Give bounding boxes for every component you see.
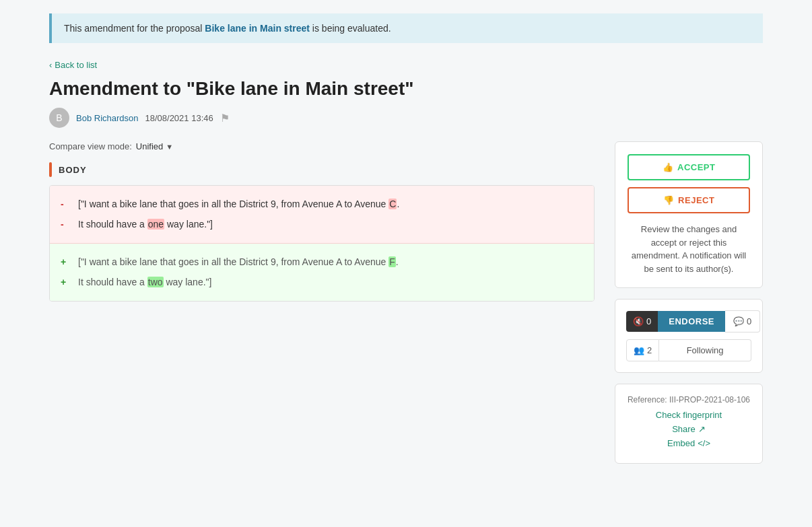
mute-icon: 🔇 [633,316,644,326]
reject-label: REJECT [678,195,714,205]
diff-plus-marker-1: + [61,254,70,269]
comment-button[interactable]: 💬 0 [725,310,760,332]
diff-added-text-2: It should have a two way lane."] [78,275,211,289]
comment-count: 0 [747,316,751,326]
diff-minus-marker-2: - [61,217,70,232]
meta-card: Reference: III-PROP-2021-08-106 Check fi… [615,384,763,464]
reject-button[interactable]: 👎 REJECT [628,187,750,213]
comment-icon: 💬 [733,316,744,326]
share-icon: ↗ [698,424,706,434]
diff-added-highlight-2: two [147,277,164,287]
banner-highlight: Bike lane in Main street [205,23,310,34]
avatar: B [49,108,69,128]
page-title: Amendment to "Bike lane in Main street" [49,78,763,100]
follow-row: 👥 2 Following [626,339,751,361]
endorse-label: ENDORSE [669,316,714,326]
right-panel: 👍 ACCEPT 👎 REJECT Review the changes and… [615,141,763,464]
section-label: BODY [49,162,595,177]
diff-added-highlight-1: F [388,256,396,267]
diff-removed-section: - ["I want a bike lane that goes in all … [50,186,594,244]
diff-added-section: + ["I want a bike lane that goes in all … [50,244,594,301]
diff-added-row-1: + ["I want a bike lane that goes in all … [61,252,583,272]
diff-box: - ["I want a bike lane that goes in all … [49,185,595,302]
reject-icon: 👎 [663,195,675,205]
reference-text: Reference: III-PROP-2021-08-106 [626,395,751,405]
followers-count: 2 [647,345,652,355]
mute-count: 0 [646,316,651,326]
following-button[interactable]: Following [659,339,751,361]
compare-mode-dropdown[interactable]: Unified ▼ [136,141,173,151]
diff-plus-marker-2: + [61,275,70,289]
author-row: B Bob Richardson 18/08/2021 13:46 ⚑ [49,108,763,128]
diff-removed-row-1: - ["I want a bike lane that goes in all … [61,194,583,214]
mute-button[interactable]: 🔇 0 [626,311,658,332]
check-fingerprint-link[interactable]: Check fingerprint [626,410,751,420]
back-chevron-icon: ‹ [49,60,52,70]
author-date: 18/08/2021 13:46 [145,113,213,123]
chevron-down-icon: ▼ [166,143,173,151]
back-to-list-label: Back to list [55,60,97,70]
embed-icon: </> [698,438,710,448]
engage-card: 🔇 0 ENDORSE 💬 0 👥 2 [615,299,763,373]
share-label: Share [672,424,696,434]
avatar-initial: B [56,112,62,123]
diff-added-text-1: ["I want a bike lane that goes in all th… [78,254,399,269]
diff-removed-highlight-1: C [388,199,397,209]
left-panel: Compare view mode: Unified ▼ BODY - [49,141,595,302]
compare-mode-row: Compare view mode: Unified ▼ [49,141,595,151]
banner-text-after: is being evaluated. [310,23,391,34]
compare-mode-label: Compare view mode: [49,141,132,151]
check-fingerprint-label: Check fingerprint [656,410,722,420]
diff-removed-row-2: - It should have a one way lane."] [61,214,583,234]
info-banner: This amendment for the proposal Bike lan… [49,13,763,43]
compare-mode-selected: Unified [136,141,163,151]
endorse-button[interactable]: ENDORSE [658,311,725,332]
flag-icon[interactable]: ⚑ [220,112,230,125]
action-card: 👍 ACCEPT 👎 REJECT Review the changes and… [615,141,763,288]
section-label-text: BODY [59,165,87,175]
engage-row: 🔇 0 ENDORSE 💬 0 [626,310,751,332]
embed-link[interactable]: Embed </> [626,438,751,448]
banner-text-before: This amendment for the proposal [64,23,205,34]
author-name[interactable]: Bob Richardson [76,113,139,123]
share-link[interactable]: Share ↗ [626,424,751,434]
diff-removed-highlight-2: one [147,219,164,230]
followers-button[interactable]: 👥 2 [626,339,659,361]
accept-icon: 👍 [663,162,674,172]
diff-removed-text-1: ["I want a bike lane that goes in all th… [78,197,399,211]
diff-added-row-2: + It should have a two way lane."] [61,272,583,292]
diff-removed-text-2: It should have a one way lane."] [78,217,213,232]
back-to-list-link[interactable]: ‹ Back to list [49,60,97,70]
diff-minus-marker-1: - [61,197,70,211]
following-label: Following [687,345,724,355]
section-bar [49,162,52,177]
accept-button[interactable]: 👍 ACCEPT [628,154,750,180]
embed-label: Embed [667,438,695,448]
action-description: Review the changes and accept or reject … [628,223,750,275]
followers-icon: 👥 [634,345,644,355]
accept-label: ACCEPT [677,162,715,172]
